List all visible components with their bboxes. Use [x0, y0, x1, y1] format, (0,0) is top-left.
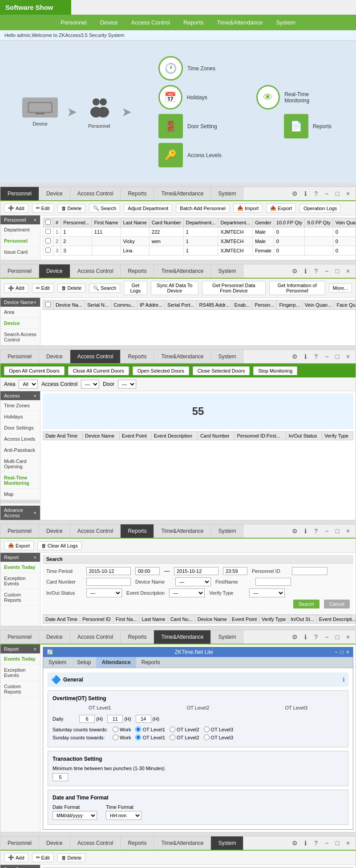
device-more-btn[interactable]: More...: [329, 284, 352, 292]
nav-device[interactable]: Device: [100, 19, 118, 26]
access-panel-nav-personnel[interactable]: Personnel: [0, 350, 39, 363]
sun-ot1-radio[interactable]: [135, 734, 141, 740]
time-format-select[interactable]: HH:mm: [106, 811, 142, 820]
import-button[interactable]: 📥 Import: [233, 203, 263, 213]
system-panel-nav-personnel[interactable]: Personnel: [0, 836, 39, 850]
device-search-btn[interactable]: 🔍 Search: [89, 284, 120, 293]
sidebar-anti-passback[interactable]: Anti-Passback: [0, 445, 40, 456]
minus-icon-2[interactable]: −: [323, 267, 331, 275]
close-icon[interactable]: ×: [344, 190, 352, 198]
ta-panel-nav-system[interactable]: System: [211, 630, 243, 644]
sidebar-search-access[interactable]: Search Access Control: [0, 329, 40, 345]
min-value-input[interactable]: [53, 773, 68, 781]
sun-ot1-option[interactable]: OT Level1: [135, 734, 165, 740]
sidebar-device[interactable]: Device: [0, 318, 40, 329]
batch-add-button[interactable]: Batch Add Personnel: [176, 204, 230, 213]
sun-ot3-radio[interactable]: [204, 734, 210, 740]
close-icon-4[interactable]: ×: [344, 527, 352, 535]
device-getinfo-btn[interactable]: Get Information of Personnel: [269, 281, 325, 295]
row-checkbox[interactable]: [45, 247, 51, 253]
personnel-id-input[interactable]: [292, 567, 328, 575]
date-format-select[interactable]: MM/dd/yyyy: [53, 811, 97, 820]
close-selected-btn[interactable]: Close Selected Doors: [193, 366, 250, 375]
adjust-dept-button[interactable]: Adjust Department: [124, 204, 172, 213]
row-checkbox[interactable]: [45, 238, 51, 243]
close-icon-5[interactable]: ×: [344, 633, 352, 641]
ta-sidebar-custom[interactable]: Custom Reports: [0, 681, 40, 698]
system-edit-btn[interactable]: ✏ Edit: [32, 853, 54, 862]
device-select-all[interactable]: [45, 302, 51, 307]
modal-restore[interactable]: □: [340, 649, 344, 655]
device-panel-nav-personnel[interactable]: Personnel: [0, 264, 39, 278]
table-row[interactable]: 2 2 Vicky wen 1 XJMTECH Male 0 0 0: [43, 237, 356, 246]
sidebar-multi-card[interactable]: Multi-Card Opening: [0, 456, 40, 472]
search-cancel-btn[interactable]: Cancel: [324, 600, 350, 608]
gear-icon-6[interactable]: ⚙: [291, 839, 299, 847]
modal-close[interactable]: ×: [346, 649, 349, 655]
add-button[interactable]: ➕ Add: [4, 203, 28, 213]
device-panel-nav-device[interactable]: Device: [39, 264, 70, 278]
restore-icon-6[interactable]: □: [333, 839, 341, 847]
ta-panel-nav-reports[interactable]: Reports: [121, 630, 154, 644]
hero-item-holidays[interactable]: 📅 Holidays 👁 Real-Time Monitoring: [158, 85, 334, 110]
search-button[interactable]: 🔍 Search: [89, 203, 120, 213]
first-name-input[interactable]: [255, 578, 291, 586]
sat-ot3-option[interactable]: OT Level3: [204, 726, 234, 732]
reports-export-btn[interactable]: 📤 Export: [4, 541, 34, 550]
nav-access-control[interactable]: Access Control: [131, 19, 170, 26]
minus-icon-3[interactable]: −: [323, 353, 331, 361]
event-desc-select[interactable]: —: [169, 588, 205, 597]
ta-panel-nav-access[interactable]: Access Control: [70, 630, 121, 644]
sat-work-option[interactable]: Work: [113, 726, 131, 732]
area-select[interactable]: All: [19, 380, 38, 389]
sun-ot2-option[interactable]: OT Level2: [170, 734, 199, 740]
restore-icon-5[interactable]: □: [333, 633, 341, 641]
reports-panel-nav-access[interactable]: Access Control: [70, 524, 121, 538]
general-info[interactable]: ℹ: [343, 677, 345, 683]
panel-nav-ta[interactable]: Time&Attendance: [154, 187, 211, 200]
restore-icon[interactable]: □: [333, 190, 341, 198]
sidebar-access-levels[interactable]: Access Levels: [0, 434, 40, 445]
sidebar-map[interactable]: Map: [0, 489, 40, 500]
sat-ot2-radio[interactable]: [170, 726, 175, 732]
minus-icon[interactable]: −: [323, 190, 331, 198]
sidebar-exception-events[interactable]: Exception Events: [0, 573, 40, 589]
device-delete-btn[interactable]: 🗑 Delete: [57, 284, 86, 292]
sidebar-area[interactable]: Area: [0, 307, 40, 318]
sidebar-issue-card[interactable]: Issue Card: [0, 247, 40, 258]
inout-select[interactable]: —: [86, 588, 122, 597]
gear-icon-3[interactable]: ⚙: [291, 353, 299, 361]
device-getlogs-btn[interactable]: Get Logs: [124, 281, 147, 295]
to-date-input[interactable]: [174, 567, 218, 575]
panel-nav-personnel[interactable]: Personnel: [0, 187, 39, 200]
panel-nav-system[interactable]: System: [211, 187, 243, 200]
restore-icon-3[interactable]: □: [333, 353, 341, 361]
reports-item[interactable]: 📄 Reports: [284, 114, 332, 138]
device-panel-nav-ta[interactable]: Time&Attendance: [154, 264, 211, 278]
ta-sidebar-events[interactable]: Events Today: [0, 653, 40, 665]
table-row[interactable]: 3 3 Lina 1 XJMTECH Female 0 0 0: [43, 246, 356, 256]
gear-icon-5[interactable]: ⚙: [291, 633, 299, 641]
reports-panel-nav-device[interactable]: Device: [39, 524, 70, 538]
help-icon-2[interactable]: ?: [312, 267, 320, 275]
system-add-btn[interactable]: ➕ Add: [4, 853, 28, 862]
modal-nav-setup[interactable]: Setup: [72, 657, 96, 668]
access-panel-nav-device[interactable]: Device: [39, 350, 70, 363]
card-number-input[interactable]: [86, 578, 131, 586]
reports-clear-btn[interactable]: 🗑 Clear All Logs: [37, 541, 82, 550]
from-date-input[interactable]: [86, 567, 131, 575]
device-edit-btn[interactable]: ✏ Edit: [32, 284, 54, 293]
help-icon[interactable]: ?: [312, 190, 320, 198]
device-panel-nav-system[interactable]: System: [211, 264, 243, 278]
panel-nav-device[interactable]: Device: [39, 187, 70, 200]
panel-nav-reports[interactable]: Reports: [121, 187, 154, 200]
op-logs-button[interactable]: Operation Logs: [299, 204, 341, 213]
sidebar-personnel[interactable]: Personnel: [0, 235, 40, 247]
sidebar-custom-reports[interactable]: Custom Reports: [0, 589, 40, 606]
panel-nav-access[interactable]: Access Control: [70, 187, 121, 200]
sun-work-radio[interactable]: [113, 734, 118, 740]
select-all-checkbox[interactable]: [45, 219, 51, 225]
search-submit-btn[interactable]: Search: [293, 600, 320, 608]
sun-ot3-option[interactable]: OT Level3: [204, 734, 234, 740]
ta-sidebar-exception[interactable]: Exception Events: [0, 665, 40, 681]
